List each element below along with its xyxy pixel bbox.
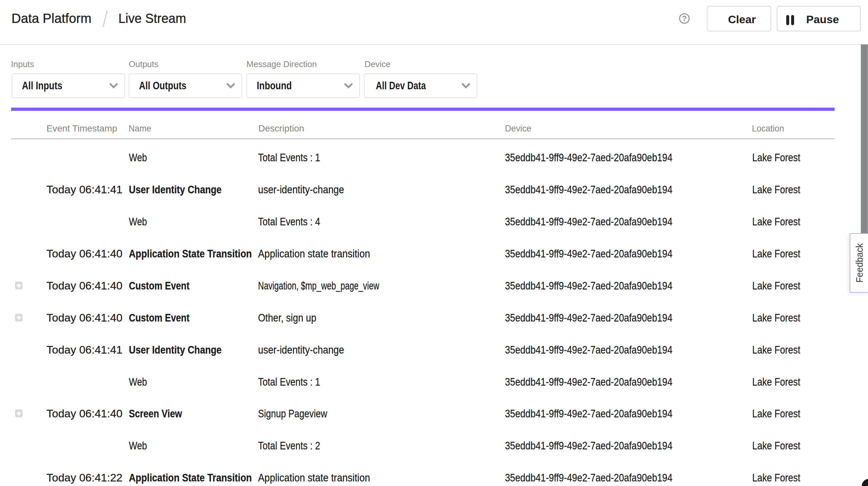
svg-text:?: ? <box>682 14 686 23</box>
